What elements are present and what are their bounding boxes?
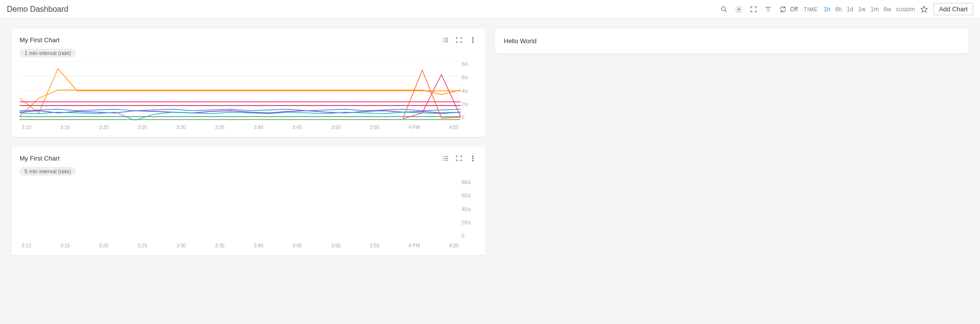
chart-title: My First Chart bbox=[20, 36, 60, 44]
dashboard-workspace: My First Chart 1 min interval (rate) 8/s… bbox=[0, 19, 980, 265]
x-tick: 3:40 bbox=[254, 243, 263, 248]
expand-icon[interactable] bbox=[455, 35, 464, 44]
x-tick: 4 PM bbox=[408, 125, 420, 130]
x-tick: 3:35 bbox=[215, 243, 225, 248]
time-label: TIME bbox=[804, 6, 818, 12]
y-tick: 0 bbox=[461, 233, 477, 239]
refresh-icon bbox=[778, 4, 788, 15]
svg-point-14 bbox=[473, 39, 474, 40]
y-tick: 6/s bbox=[461, 75, 477, 80]
legend-icon[interactable] bbox=[441, 35, 450, 44]
svg-point-28 bbox=[473, 158, 474, 159]
interval-badge: 5 min interval (rate) bbox=[20, 167, 76, 176]
chart-panel-1: My First Chart 1 min interval (rate) 8/s… bbox=[12, 28, 485, 137]
y-tick: 0 bbox=[461, 115, 477, 120]
x-tick: 3:10 bbox=[22, 125, 31, 130]
svg-marker-6 bbox=[921, 6, 928, 12]
svg-point-0 bbox=[721, 6, 725, 10]
y-tick: 20/s bbox=[461, 220, 477, 225]
svg-point-13 bbox=[473, 37, 474, 38]
app-header: Demo Dashboard Off TIME 1h6h1d1w1m6wcust… bbox=[0, 0, 980, 19]
y-tick: 2/s bbox=[461, 102, 477, 107]
x-tick: 3:10 bbox=[22, 243, 31, 248]
chart-panel-2: My First Chart 5 min interval (rate) 80/… bbox=[12, 147, 485, 255]
line-chart: 8/s6/s4/s2/s0 3:103:153:203:253:303:353:… bbox=[20, 61, 477, 130]
y-tick: 40/s bbox=[461, 207, 477, 212]
time-range-6h[interactable]: 6h bbox=[835, 6, 842, 13]
refresh-off-label: Off bbox=[790, 6, 798, 13]
chart-title: My First Chart bbox=[20, 155, 60, 162]
x-tick: 3:35 bbox=[215, 125, 225, 130]
interval-badge: 1 min interval (rate) bbox=[20, 49, 76, 57]
x-tick: 3:45 bbox=[292, 243, 302, 248]
header-toolbar: Off TIME 1h6h1d1w1m6wcustom Add Chart bbox=[719, 3, 973, 15]
x-tick: 3:25 bbox=[138, 125, 147, 130]
x-tick: 3:40 bbox=[254, 125, 263, 130]
text-content: Hello World bbox=[504, 37, 537, 45]
refresh-control[interactable]: Off bbox=[778, 4, 798, 15]
star-icon[interactable] bbox=[919, 4, 930, 15]
text-panel: Hello World bbox=[495, 28, 969, 54]
y-tick: 4/s bbox=[461, 88, 477, 94]
time-range-1w[interactable]: 1w bbox=[858, 6, 865, 13]
bar-chart: 80/s60/s40/s20/s0 3:103:153:203:253:303:… bbox=[20, 180, 477, 248]
svg-point-27 bbox=[473, 156, 474, 157]
dashboard-title: Demo Dashboard bbox=[7, 5, 68, 14]
x-tick: 3:50 bbox=[331, 243, 340, 248]
x-tick: 3:15 bbox=[60, 125, 70, 130]
x-tick: 3:30 bbox=[176, 125, 186, 130]
x-tick: 3:30 bbox=[176, 243, 186, 248]
y-tick: 60/s bbox=[461, 193, 477, 198]
expand-icon[interactable] bbox=[455, 154, 464, 162]
x-tick: 3:15 bbox=[60, 243, 70, 248]
time-range-1d[interactable]: 1d bbox=[847, 6, 853, 13]
time-range-selector: 1h6h1d1w1m6wcustom bbox=[824, 6, 915, 13]
svg-point-2 bbox=[738, 8, 740, 10]
x-tick: 3:45 bbox=[292, 125, 302, 130]
x-tick: 4:05 bbox=[449, 243, 458, 248]
add-chart-button[interactable]: Add Chart bbox=[933, 3, 973, 15]
time-range-1m[interactable]: 1m bbox=[871, 6, 879, 13]
x-tick: 3:20 bbox=[99, 243, 108, 248]
x-tick: 3:50 bbox=[331, 125, 340, 130]
filter-icon[interactable] bbox=[763, 4, 774, 15]
svg-line-1 bbox=[725, 10, 727, 12]
gear-icon[interactable] bbox=[733, 4, 744, 15]
x-tick: 3:25 bbox=[138, 243, 147, 248]
y-tick: 8/s bbox=[461, 61, 477, 67]
more-icon[interactable] bbox=[469, 35, 477, 44]
time-range-6w[interactable]: 6w bbox=[883, 6, 891, 13]
x-tick: 4 PM bbox=[408, 243, 420, 248]
more-icon[interactable] bbox=[469, 154, 477, 162]
time-range-1h[interactable]: 1h bbox=[824, 6, 830, 13]
svg-point-29 bbox=[473, 160, 474, 161]
svg-point-15 bbox=[473, 41, 474, 42]
fullscreen-icon[interactable] bbox=[748, 4, 759, 15]
search-icon[interactable] bbox=[719, 4, 729, 15]
time-range-custom[interactable]: custom bbox=[896, 6, 915, 13]
legend-icon[interactable] bbox=[441, 154, 450, 162]
x-tick: 3:55 bbox=[370, 243, 379, 248]
x-tick: 3:55 bbox=[370, 125, 379, 130]
y-tick: 80/s bbox=[461, 180, 477, 185]
x-tick: 3:20 bbox=[99, 125, 108, 130]
x-tick: 4:05 bbox=[449, 125, 458, 130]
